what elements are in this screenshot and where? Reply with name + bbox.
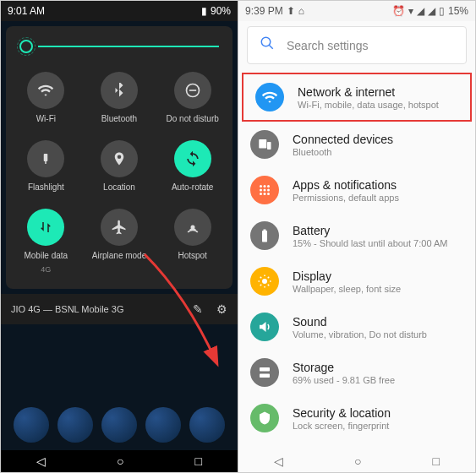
settings-list: Network & internet Wi-Fi, mobile, data u… (238, 69, 475, 444)
svg-rect-6 (259, 139, 266, 149)
status-bar: 9:39 PM ⬆ ⌂ ⏰ ▾ ◢ ◢ ▯ 15% (238, 1, 475, 21)
data-icon (27, 209, 64, 246)
svg-point-8 (260, 185, 262, 188)
settings-item-security[interactable]: Security & location Lock screen, fingerp… (238, 395, 475, 441)
dock-app[interactable] (189, 407, 225, 443)
signal-icon: ◢ (417, 5, 424, 17)
svg-point-4 (261, 37, 271, 46)
nav-bar: ◁ ○ □ (1, 450, 238, 472)
search-placeholder: Search settings (287, 39, 369, 52)
wifi-icon (27, 72, 64, 109)
back-button[interactable]: ◁ (274, 454, 283, 468)
qs-tile-data[interactable]: Mobile data 4G (13, 204, 79, 279)
tile-label: Location (103, 182, 135, 192)
recents-button[interactable]: □ (195, 454, 202, 468)
qs-tile-loc[interactable]: Location (86, 135, 153, 197)
settings-title: Connected devices (293, 133, 393, 146)
settings-title: Battery (293, 224, 447, 237)
flash-icon (27, 140, 64, 177)
settings-title: Sound (293, 315, 427, 329)
dnd-icon (174, 72, 211, 109)
qs-tile-rotate[interactable]: Auto-rotate (159, 135, 226, 197)
plane-icon (101, 209, 138, 246)
qs-tile-hotspot[interactable]: Hotspot (159, 204, 226, 279)
svg-point-16 (267, 193, 270, 195)
loc-icon (101, 140, 138, 177)
brightness-thumb[interactable] (19, 40, 33, 53)
tile-label: Airplane mode (92, 251, 146, 260)
dock-app[interactable] (145, 407, 181, 443)
recents-button[interactable]: □ (433, 454, 440, 468)
tile-label: Hotspot (178, 251, 206, 260)
brightness-slider[interactable] (13, 36, 226, 67)
wifi-icon (255, 83, 284, 111)
home-button[interactable]: ○ (117, 454, 123, 468)
gear-icon[interactable]: ⚙ (216, 302, 227, 316)
notif-icon: ⌂ (298, 5, 304, 17)
search-settings[interactable]: Search settings (247, 26, 467, 64)
clock: 9:39 PM (245, 5, 283, 17)
rotate-icon (174, 140, 211, 177)
settings-title: Display (293, 269, 401, 283)
home-button[interactable]: ○ (354, 454, 361, 468)
settings-text: Apps & notifications Permissions, defaul… (293, 178, 399, 203)
settings-title: Security & location (293, 406, 391, 420)
tile-label: Flashlight (28, 182, 64, 192)
settings-subtitle: Bluetooth (293, 147, 393, 157)
settings-text: Connected devices Bluetooth (293, 133, 393, 157)
settings-item-storage[interactable]: Storage 69% used - 9.81 GB free (238, 350, 475, 395)
settings-title: Apps & notifications (293, 178, 399, 192)
edit-icon[interactable]: ✎ (193, 302, 203, 316)
bt-icon (101, 72, 138, 109)
battery-icon: ▮ (201, 5, 207, 17)
svg-point-9 (264, 185, 266, 188)
brightness-track[interactable] (38, 46, 219, 47)
settings-item-wifi[interactable]: Network & internet Wi-Fi, mobile, data u… (242, 73, 472, 122)
battery-pct: 15% (448, 5, 468, 17)
qs-tile-wifi[interactable]: Wi-Fi (13, 67, 79, 128)
settings-subtitle: Permissions, default apps (293, 193, 399, 203)
sound-icon (250, 313, 279, 341)
tile-label: Auto-rotate (172, 182, 213, 192)
settings-text: Storage 69% used - 9.81 GB free (293, 361, 395, 385)
dock-app[interactable] (101, 407, 137, 443)
settings-text: Security & location Lock screen, fingerp… (293, 406, 391, 431)
settings-item-apps[interactable]: Apps & notifications Permissions, defaul… (238, 167, 475, 213)
tile-sublabel: 4G (41, 265, 51, 274)
dock-app[interactable] (57, 407, 93, 443)
settings-item-sound[interactable]: Sound Volume, vibration, Do not disturb (238, 304, 475, 350)
settings-text: Display Wallpaper, sleep, font size (293, 269, 401, 294)
tile-label: Do not disturb (167, 114, 219, 123)
svg-point-15 (264, 193, 266, 195)
settings-text: Sound Volume, vibration, Do not disturb (293, 315, 427, 340)
svg-point-19 (262, 279, 267, 284)
home-dock (1, 400, 238, 450)
settings-item-devices[interactable]: Connected devices Bluetooth (238, 122, 475, 167)
qs-tile-flash[interactable]: Flashlight (13, 135, 79, 197)
settings-item-display[interactable]: Display Wallpaper, sleep, font size (238, 258, 475, 304)
quick-settings-pane: 9:01 AM ▮ 90% Wi-Fi Bluetooth Do not dis… (1, 1, 238, 472)
back-button[interactable]: ◁ (36, 454, 46, 468)
settings-item-battery[interactable]: Battery 15% - Should last until about 7:… (238, 213, 475, 258)
hotspot-icon (174, 209, 211, 246)
settings-pane: 9:39 PM ⬆ ⌂ ⏰ ▾ ◢ ◢ ▯ 15% Search setting… (238, 1, 475, 472)
battery-icon: ▯ (439, 5, 445, 17)
settings-subtitle: Lock screen, fingerprint (293, 421, 391, 431)
settings-text: Battery 15% - Should last until about 7:… (293, 224, 447, 248)
settings-text: Network & internet Wi-Fi, mobile, data u… (298, 85, 439, 110)
qs-footer: JIO 4G — BSNL Mobile 3G ✎ ⚙ (1, 294, 238, 324)
settings-title: Network & internet (298, 85, 439, 99)
svg-rect-7 (267, 142, 271, 150)
dock-app[interactable] (14, 407, 49, 443)
qs-tile-plane[interactable]: Airplane mode (86, 204, 153, 279)
svg-point-10 (267, 185, 270, 188)
svg-line-5 (269, 45, 273, 49)
settings-subtitle: Volume, vibration, Do not disturb (293, 329, 427, 340)
storage-icon (250, 358, 279, 387)
nav-bar: ◁ ○ □ (238, 450, 475, 472)
qs-tile-dnd[interactable]: Do not disturb (159, 67, 226, 128)
apps-icon (250, 176, 279, 204)
svg-rect-2 (44, 154, 48, 161)
svg-point-14 (260, 193, 262, 195)
qs-tile-bt[interactable]: Bluetooth (86, 67, 153, 128)
